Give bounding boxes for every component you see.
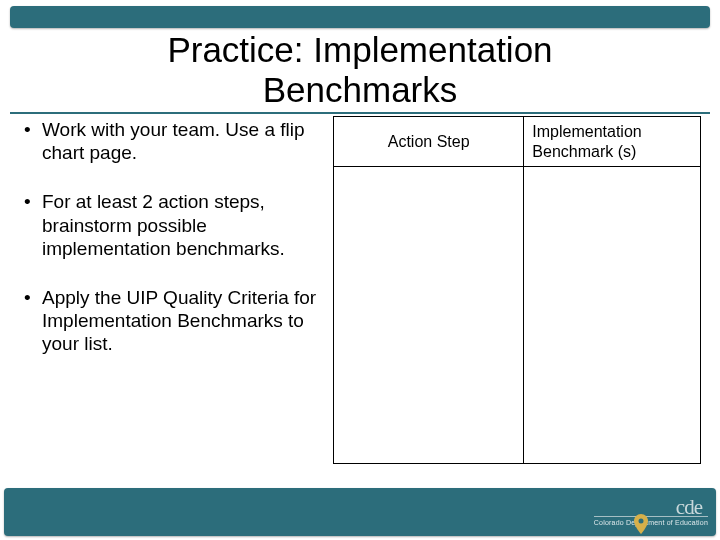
footer-bar: cde Colorado Department of Education <box>4 488 716 536</box>
table-cell-action-step <box>334 167 524 463</box>
table-cell-benchmark <box>524 167 700 463</box>
table-body-row <box>334 167 700 463</box>
title-line-1: Practice: Implementation <box>167 30 552 69</box>
footer-logo-block: cde Colorado Department of Education <box>594 498 708 527</box>
bullet-text: Work with your team. Use a flip chart pa… <box>42 119 305 163</box>
title-line-2: Benchmarks <box>263 70 458 109</box>
bullet-text: Apply the UIP Quality Criteria for Imple… <box>42 287 316 354</box>
table-header-row: Action Step Implementation Benchmark (s) <box>334 117 700 167</box>
benchmark-table: Action Step Implementation Benchmark (s) <box>333 116 701 464</box>
svg-point-0 <box>639 519 644 524</box>
bullet-list: Work with your team. Use a flip chart pa… <box>20 118 320 381</box>
table-header-benchmark: Implementation Benchmark (s) <box>524 117 700 166</box>
title-underline <box>10 112 710 114</box>
footer-logo-text: cde <box>676 498 702 517</box>
bullet-item: Work with your team. Use a flip chart pa… <box>20 118 320 164</box>
bullet-text: For at least 2 action steps, brainstorm … <box>42 191 285 258</box>
bullet-item: For at least 2 action steps, brainstorm … <box>20 190 320 260</box>
table-header-action-step: Action Step <box>334 117 524 166</box>
bullet-item: Apply the UIP Quality Criteria for Imple… <box>20 286 320 356</box>
top-accent-bar <box>10 6 710 28</box>
slide-title: Practice: Implementation Benchmarks <box>0 30 720 111</box>
